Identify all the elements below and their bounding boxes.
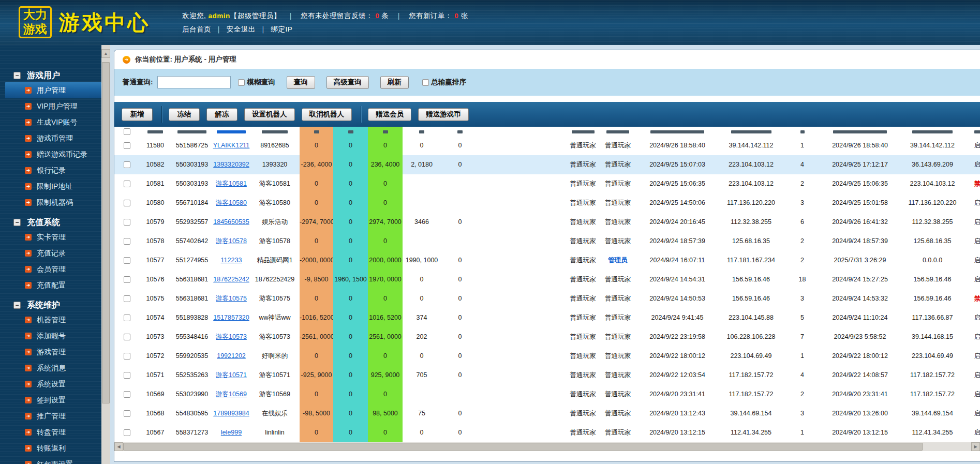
horizontal-scrollbar-thumb[interactable]: [123, 443, 923, 451]
username-link[interactable]: 19921202: [217, 352, 246, 360]
row-checkbox[interactable]: [124, 391, 130, 398]
username-link[interactable]: 游客10575: [216, 295, 247, 302]
username-link[interactable]: 游客10571: [216, 371, 247, 379]
row-checkbox[interactable]: [124, 200, 130, 206]
row-checkbox[interactable]: [124, 128, 130, 135]
username-link[interactable]: 游客10573: [216, 333, 247, 340]
username-link[interactable]: 游客10580: [216, 199, 247, 206]
header-nav-link[interactable]: 绑定IP: [271, 25, 292, 33]
sidebar-item[interactable]: 推广管理: [0, 408, 101, 424]
cell-spacer: [479, 232, 566, 251]
scroll-right-icon[interactable]: [971, 442, 980, 451]
username-link[interactable]: 1789893984: [213, 410, 249, 417]
sidebar-item[interactable]: 限制机器码: [0, 194, 101, 211]
query-button[interactable]: 查询: [287, 76, 315, 89]
action-button[interactable]: 设置机器人: [244, 108, 295, 121]
row-checkbox[interactable]: [124, 181, 130, 187]
sidebar-item-label: 系统设置: [37, 380, 66, 389]
row-checkbox[interactable]: [124, 219, 130, 226]
search-input[interactable]: [157, 76, 231, 88]
sidebar-item[interactable]: 赠送游戏币记录: [0, 146, 101, 162]
horizontal-scrollbar[interactable]: [114, 442, 980, 451]
sidebar-item[interactable]: 充值配置: [0, 277, 101, 293]
cell-bank: 0: [333, 193, 368, 213]
header-nav-link[interactable]: 安全退出: [227, 25, 256, 33]
row-checkbox[interactable]: [124, 238, 130, 245]
collapse-minus-icon[interactable]: [13, 302, 21, 309]
row-checkbox[interactable]: [124, 161, 130, 168]
cell-last-login-time: 2024/9/22 14:08:57: [821, 366, 899, 385]
sidebar-item[interactable]: 系统设置: [0, 376, 101, 392]
clipped-text: [572, 130, 595, 133]
sidebar-item[interactable]: 转盘管理: [0, 424, 101, 440]
action-button[interactable]: 冻结: [169, 108, 200, 121]
sidebar-section-title[interactable]: 游戏用户: [0, 69, 101, 82]
cell-role2: 普通玩家: [600, 404, 636, 423]
scroll-left-icon[interactable]: [114, 442, 123, 451]
row-checkbox[interactable]: [124, 334, 130, 340]
sidebar-item[interactable]: 红包雨设置: [0, 456, 101, 464]
sidebar-item[interactable]: 签到设置: [0, 392, 101, 408]
action-button[interactable]: 赠送会员: [368, 108, 411, 121]
action-button[interactable]: 解冻: [206, 108, 237, 121]
username-link[interactable]: 1876225242: [213, 276, 249, 283]
row-checkbox[interactable]: [124, 295, 130, 302]
username-link[interactable]: 游客10581: [216, 180, 247, 187]
username-link[interactable]: 112233: [221, 257, 242, 264]
sidebar-item[interactable]: 生成VIP账号: [0, 114, 101, 130]
action-button[interactable]: 新增: [122, 108, 153, 121]
sidebar-item[interactable]: 充值记录: [0, 245, 101, 261]
collapse-minus-icon[interactable]: [13, 72, 21, 79]
row-checkbox[interactable]: [124, 353, 130, 360]
fuzzy-query-checkbox[interactable]: [238, 79, 245, 86]
sidebar-item[interactable]: 银行记录: [0, 162, 101, 178]
username-link[interactable]: 游客10569: [216, 391, 247, 398]
sidebar-item[interactable]: 实卡管理: [0, 229, 101, 245]
sidebar-section-title[interactable]: 系统维护: [0, 298, 101, 312]
cell-id: [139, 127, 171, 136]
winloss-sort-checkbox[interactable]: [422, 79, 429, 86]
sidebar-item[interactable]: VIP用户管理: [0, 98, 101, 114]
action-button[interactable]: 赠送游戏币: [418, 108, 469, 121]
row-checkbox[interactable]: [124, 315, 130, 321]
clipped-text: [419, 130, 424, 133]
row-checkbox[interactable]: [124, 429, 130, 436]
sidebar-scrollbar[interactable]: [101, 45, 110, 464]
row-checkbox[interactable]: [124, 276, 130, 283]
scroll-up-icon[interactable]: [101, 49, 110, 58]
sidebar-item[interactable]: 限制IP地址: [0, 178, 101, 194]
sidebar-item[interactable]: 转账返利: [0, 440, 101, 456]
content-panel: 你当前位置: 用户系统 - 用户管理 普通查询: 模糊查询 查询高级查询刷新 总…: [114, 50, 980, 462]
collapse-minus-icon[interactable]: [13, 219, 21, 226]
cell-last-login-time: 2024/9/23 5:58:52: [821, 327, 899, 347]
horizontal-scrollbar-track[interactable]: [923, 442, 971, 451]
username-link[interactable]: 1393320392: [213, 161, 249, 168]
cell-account: 558371273: [171, 423, 213, 442]
cell-nickname: 好啊米的: [250, 347, 300, 366]
username-link[interactable]: 1517857320: [213, 314, 249, 321]
row-checkbox[interactable]: [124, 410, 130, 417]
username-link[interactable]: 游客10578: [216, 237, 247, 245]
action-button[interactable]: 取消机器人: [302, 108, 352, 121]
header-nav-link[interactable]: 后台首页: [182, 25, 211, 33]
sidebar-item[interactable]: 游戏币管理: [0, 130, 101, 146]
cell-coins: 98, 5000: [368, 404, 403, 423]
sidebar-section-title[interactable]: 充值系统: [0, 216, 101, 229]
cell-register-time: [636, 127, 719, 136]
row-checkbox[interactable]: [124, 142, 130, 149]
username-link[interactable]: YLAIKK1211: [213, 142, 250, 149]
query-button[interactable]: 刷新: [380, 76, 409, 89]
sidebar-item[interactable]: 用户管理: [5, 82, 101, 98]
username-link[interactable]: lele999: [221, 429, 242, 436]
row-checkbox[interactable]: [124, 372, 130, 379]
cell-register-time: 2024/9/25 15:06:35: [636, 174, 719, 193]
sidebar-item[interactable]: 机器管理: [0, 312, 101, 328]
sidebar-item[interactable]: 系统消息: [0, 360, 101, 376]
username-link[interactable]: 1845650535: [213, 218, 249, 226]
sidebar-scrollbar-thumb[interactable]: [102, 62, 110, 403]
sidebar-item[interactable]: 添加靓号: [0, 328, 101, 344]
sidebar-item[interactable]: 游戏管理: [0, 344, 101, 360]
query-button[interactable]: 高级查询: [326, 76, 369, 89]
row-checkbox[interactable]: [124, 257, 130, 264]
sidebar-item[interactable]: 会员管理: [0, 261, 101, 277]
